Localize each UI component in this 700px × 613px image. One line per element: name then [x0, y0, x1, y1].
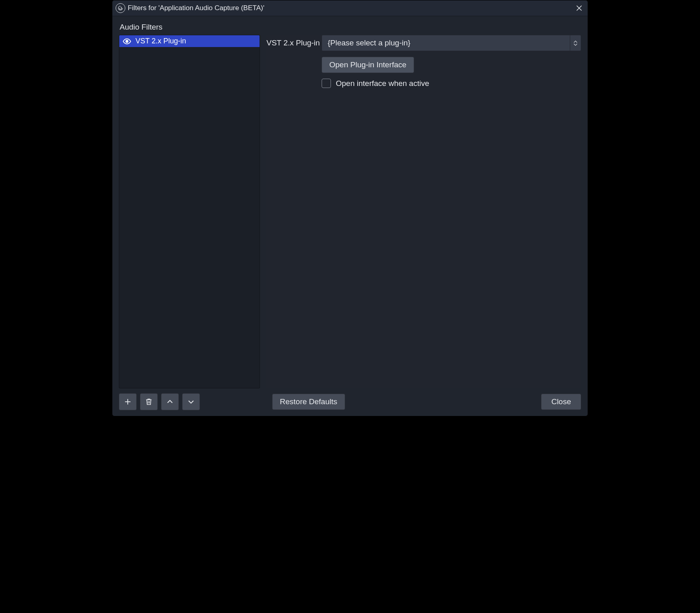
plugin-select[interactable]: {Please select a plug-in}	[322, 35, 581, 51]
window-title: Filters for 'Application Audio Capture (…	[128, 4, 571, 12]
open-when-active-label: Open interface when active	[336, 79, 429, 88]
titlebar: Filters for 'Application Audio Capture (…	[112, 0, 588, 16]
filter-item-label: VST 2.x Plug-in	[135, 37, 186, 45]
obs-logo-icon	[116, 3, 125, 13]
open-interface-row: Open Plug-in Interface	[322, 57, 581, 73]
open-when-active-row: Open interface when active	[322, 79, 581, 88]
move-filter-up-button[interactable]	[161, 393, 179, 410]
open-plugin-interface-button[interactable]: Open Plug-in Interface	[322, 57, 414, 73]
add-filter-button[interactable]	[119, 393, 137, 410]
close-icon[interactable]	[574, 3, 584, 13]
visibility-eye-icon[interactable]	[122, 37, 131, 46]
dialog-content: Audio Filters VST 2.x Plug-in VST 2.x Pl…	[112, 16, 588, 416]
filter-list-item[interactable]: VST 2.x Plug-in	[119, 35, 260, 47]
plugin-select-label: VST 2.x Plug-in	[266, 39, 318, 47]
audio-filters-label: Audio Filters	[120, 23, 581, 32]
filter-list[interactable]: VST 2.x Plug-in	[119, 35, 260, 388]
close-button[interactable]: Close	[541, 394, 581, 410]
dialog-footer: Restore Defaults Close	[119, 393, 581, 410]
delete-filter-button[interactable]	[140, 393, 158, 410]
move-filter-down-button[interactable]	[182, 393, 200, 410]
main-area: VST 2.x Plug-in VST 2.x Plug-in {Please …	[119, 35, 581, 388]
plugin-select-value[interactable]: {Please select a plug-in}	[322, 35, 570, 51]
restore-defaults-button[interactable]: Restore Defaults	[272, 394, 345, 410]
svg-point-2	[126, 40, 128, 43]
plugin-select-stepper[interactable]	[570, 35, 581, 51]
filters-dialog: Filters for 'Application Audio Capture (…	[112, 0, 588, 416]
plugin-select-row: VST 2.x Plug-in {Please select a plug-in…	[266, 35, 581, 51]
open-when-active-checkbox[interactable]	[322, 79, 331, 88]
filter-properties-panel: VST 2.x Plug-in {Please select a plug-in…	[266, 35, 581, 388]
